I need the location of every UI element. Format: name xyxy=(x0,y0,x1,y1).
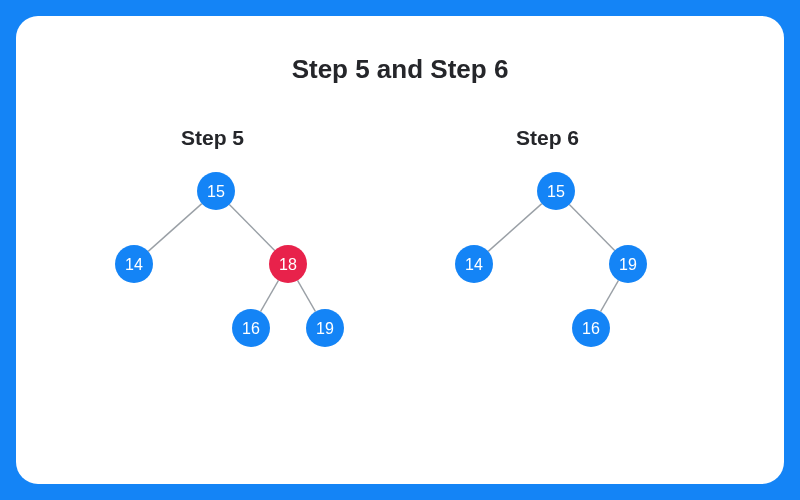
tree-edge xyxy=(261,280,279,311)
tree-node-label: 15 xyxy=(547,183,565,200)
tree-step5: 1514181619 xyxy=(76,161,366,351)
tree-node-label: 14 xyxy=(125,256,143,273)
tree-node-label: 19 xyxy=(316,320,334,337)
tree-node-label: 15 xyxy=(207,183,225,200)
tree-node-label: 16 xyxy=(582,320,600,337)
tree-node-label: 19 xyxy=(619,256,637,273)
tree-edge xyxy=(148,204,202,252)
tree-edge xyxy=(569,205,614,251)
main-title: Step 5 and Step 6 xyxy=(16,54,784,85)
tree-node-label: 16 xyxy=(242,320,260,337)
tree-edge xyxy=(601,280,619,311)
tree-node-label: 18 xyxy=(279,256,297,273)
card: Step 5 and Step 6 Step 5 1514181619 Step… xyxy=(16,16,784,484)
outer-frame: Step 5 and Step 6 Step 5 1514181619 Step… xyxy=(0,0,800,500)
tree-edge xyxy=(298,280,316,311)
subtitle-step5: Step 5 xyxy=(181,126,244,150)
tree-edge xyxy=(229,205,274,251)
tree-step6: 15141916 xyxy=(416,161,706,351)
tree-edge xyxy=(488,204,542,252)
subtitle-step6: Step 6 xyxy=(516,126,579,150)
tree-node-label: 14 xyxy=(465,256,483,273)
